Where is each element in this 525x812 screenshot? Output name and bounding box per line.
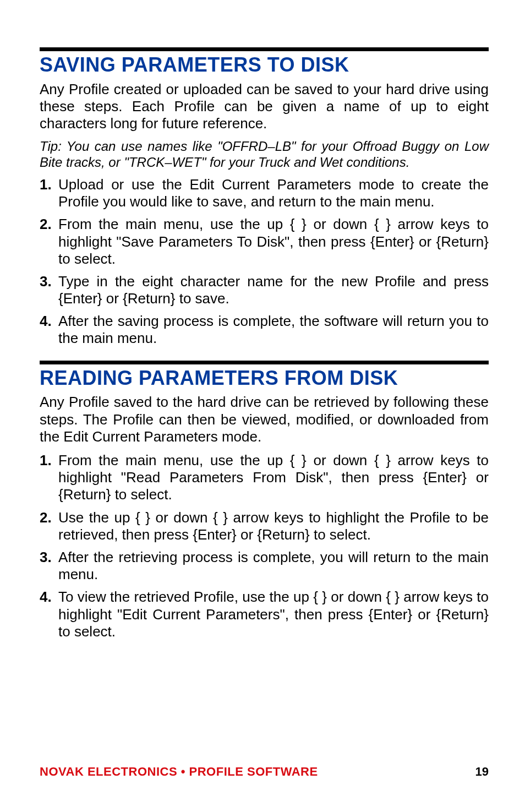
step-item: 4.After the saving process is complete, … bbox=[40, 313, 489, 347]
page: SAVING PARAMETERS TO DISK Any Profile cr… bbox=[0, 0, 525, 812]
step-item: 2.From the main menu, use the up { } or … bbox=[40, 216, 489, 268]
steps-saving: 1.Upload or use the Edit Current Paramet… bbox=[40, 176, 489, 347]
section-intro-reading: Any Profile saved to the hard drive can … bbox=[40, 394, 489, 445]
footer-title: NOVAK ELECTRONICS • PROFILE SOFTWARE bbox=[40, 765, 318, 779]
step-number: 1. bbox=[40, 452, 56, 469]
step-number: 4. bbox=[40, 588, 56, 606]
step-number: 3. bbox=[40, 273, 56, 290]
step-item: 2.Use the up { } or down { } arrow keys … bbox=[40, 509, 489, 543]
step-text: Type in the eight character name for the… bbox=[58, 273, 489, 307]
section-heading-saving: SAVING PARAMETERS TO DISK bbox=[40, 55, 489, 75]
step-number: 3. bbox=[40, 549, 56, 566]
step-text: From the main menu, use the up { } or do… bbox=[58, 216, 489, 266]
step-number: 1. bbox=[40, 176, 56, 193]
step-text: From the main menu, use the up { } or do… bbox=[58, 452, 489, 503]
step-number: 2. bbox=[40, 509, 56, 526]
step-text: After the retrieving process is complete… bbox=[58, 549, 489, 582]
step-item: 1.Upload or use the Edit Current Paramet… bbox=[40, 176, 489, 210]
step-number: 4. bbox=[40, 313, 56, 330]
section-reading: READING PARAMETERS FROM DISK Any Profile… bbox=[40, 361, 489, 640]
section-tip-saving: Tip: You can use names like "OFFRD–LB" f… bbox=[40, 139, 489, 171]
steps-reading: 1.From the main menu, use the up { } or … bbox=[40, 452, 489, 640]
page-footer: NOVAK ELECTRONICS • PROFILE SOFTWARE 19 bbox=[40, 765, 489, 779]
step-item: 4.To view the retrieved Profile, use the… bbox=[40, 588, 489, 640]
step-item: 3.After the retrieving process is comple… bbox=[40, 549, 489, 583]
step-text: Use the up { } or down { } arrow keys to… bbox=[58, 509, 489, 543]
section-saving: SAVING PARAMETERS TO DISK Any Profile cr… bbox=[40, 47, 489, 347]
step-text: To view the retrieved Profile, use the u… bbox=[58, 588, 489, 639]
footer-page-number: 19 bbox=[475, 765, 489, 779]
step-item: 3.Type in the eight character name for t… bbox=[40, 273, 489, 307]
step-number: 2. bbox=[40, 216, 56, 233]
section-rule bbox=[40, 361, 489, 364]
step-text: Upload or use the Edit Current Parameter… bbox=[58, 176, 489, 210]
section-intro-saving: Any Profile created or uploaded can be s… bbox=[40, 81, 489, 133]
step-text: After the saving process is complete, th… bbox=[58, 313, 489, 346]
section-rule bbox=[40, 47, 489, 51]
step-item: 1.From the main menu, use the up { } or … bbox=[40, 452, 489, 504]
section-heading-reading: READING PARAMETERS FROM DISK bbox=[40, 368, 489, 389]
